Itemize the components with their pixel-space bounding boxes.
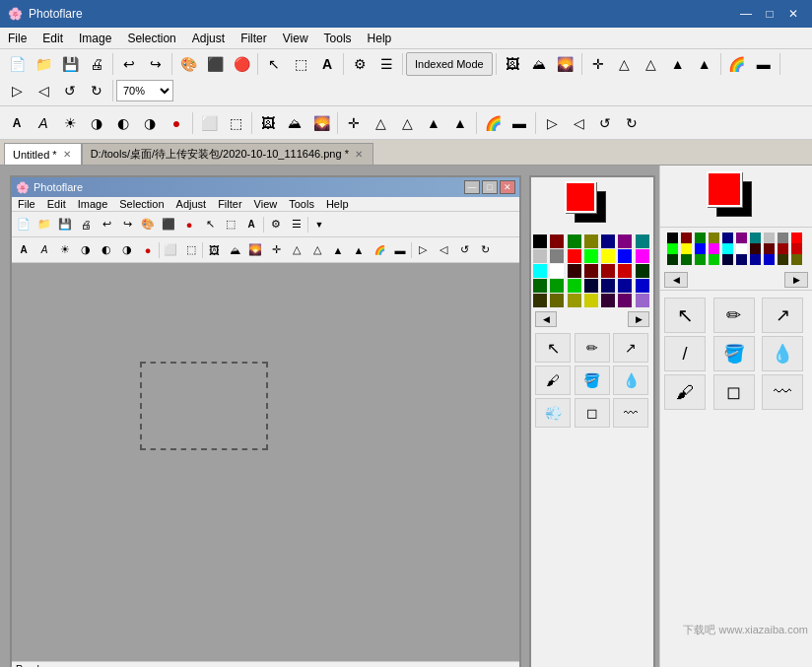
color-b1[interactable] — [584, 279, 598, 293]
inner-rect-sel[interactable]: ⬜ — [161, 240, 180, 260]
color-r4[interactable] — [618, 264, 632, 278]
inner-text-a[interactable]: A — [14, 240, 34, 260]
color-g1[interactable] — [636, 264, 649, 278]
zoom-select[interactable]: 25% 50% 70% 100% 150% 200% — [116, 80, 173, 101]
color-navy[interactable] — [601, 234, 615, 248]
palette-prev[interactable]: ◀ — [535, 311, 557, 327]
color-silver[interactable] — [533, 249, 547, 263]
pal14[interactable] — [722, 243, 733, 254]
inner-img2[interactable]: ⛰ — [225, 240, 244, 260]
color-b2[interactable] — [601, 279, 615, 293]
gray-btn[interactable]: ▬ — [751, 51, 777, 77]
tri3-btn[interactable]: ▲ — [421, 110, 446, 136]
menu-selection[interactable]: Selection — [119, 28, 183, 49]
pal8[interactable] — [778, 233, 788, 243]
pal19[interactable] — [791, 243, 802, 254]
inner-menu-file[interactable]: File — [12, 197, 41, 211]
triangle3-btn[interactable]: ▲ — [665, 51, 691, 77]
pal26[interactable] — [750, 254, 761, 265]
stop2-btn[interactable]: ◁ — [566, 110, 591, 136]
settings-btn[interactable]: ⚙ — [347, 51, 372, 77]
pal18[interactable] — [778, 243, 788, 254]
maximize-button[interactable]: □ — [759, 4, 780, 24]
bw-btn[interactable]: ◐ — [110, 110, 136, 136]
pal12[interactable] — [695, 243, 706, 254]
pal3[interactable] — [709, 233, 719, 243]
inner-select[interactable]: ⬚ — [221, 215, 240, 234]
inner-new[interactable]: 📄 — [14, 215, 34, 234]
color-maroon[interactable] — [550, 234, 564, 248]
inner-rainbow[interactable]: 🌈 — [370, 240, 389, 260]
move-btn[interactable]: ✛ — [585, 51, 611, 77]
color-r3[interactable] — [601, 264, 615, 278]
color-m1[interactable] — [601, 294, 615, 307]
color-y3[interactable] — [568, 294, 581, 307]
pal20[interactable] — [667, 254, 678, 265]
moon-btn[interactable]: 🌄 — [553, 51, 578, 77]
tool-spray[interactable]: 💨 — [535, 398, 571, 428]
pal9[interactable] — [791, 233, 802, 243]
inner-minimize[interactable]: — — [464, 180, 480, 194]
inner-invert[interactable]: ◑ — [117, 240, 137, 260]
inner-red[interactable]: ● — [138, 240, 158, 260]
pal24[interactable] — [722, 254, 733, 265]
inner-play[interactable]: ▷ — [413, 240, 433, 260]
pal13[interactable] — [709, 243, 719, 254]
inner-menu-adjust[interactable]: Adjust — [170, 197, 213, 211]
tool-brush[interactable]: 🖌 — [535, 366, 571, 395]
color-yellow[interactable] — [601, 249, 615, 263]
gray2-btn[interactable]: ▬ — [507, 110, 532, 136]
main-tool-slash[interactable]: / — [664, 336, 706, 371]
color-cyan[interactable] — [533, 264, 547, 278]
menu-help[interactable]: Help — [360, 28, 400, 49]
menu-image[interactable]: Image — [71, 28, 119, 49]
inner-dropdown[interactable]: ▼ — [309, 215, 329, 234]
color-y2[interactable] — [550, 294, 564, 307]
color-black[interactable] — [533, 234, 547, 248]
menu-file[interactable]: File — [0, 28, 34, 49]
color-m2[interactable] — [618, 294, 632, 307]
main-tool-drop[interactable]: 💧 — [762, 336, 803, 371]
main-tool-line[interactable]: ↗ — [762, 298, 803, 333]
stop-btn[interactable]: ◁ — [31, 78, 56, 103]
pal22[interactable] — [695, 254, 706, 265]
text-italic-btn[interactable]: A — [31, 110, 56, 136]
rainbow2-btn[interactable]: 🌈 — [480, 110, 506, 136]
triangle2-btn[interactable]: △ — [639, 51, 664, 77]
pal29[interactable] — [791, 254, 802, 265]
inner-maximize[interactable]: □ — [482, 180, 498, 194]
new-button[interactable]: 📄 — [4, 51, 30, 77]
menu-view[interactable]: View — [275, 28, 316, 49]
inner-menu-filter[interactable]: Filter — [212, 197, 247, 211]
inner-lasso[interactable]: ⬚ — [181, 240, 201, 260]
color-g3[interactable] — [550, 279, 564, 293]
tri2-btn[interactable]: △ — [394, 110, 420, 136]
arrow-tool[interactable]: ↖ — [261, 51, 287, 77]
inner-undo[interactable]: ↩ — [97, 215, 116, 234]
inner-pattern[interactable]: ⬛ — [159, 215, 178, 234]
inner-rotate2[interactable]: ↻ — [475, 240, 495, 260]
tri1-btn[interactable]: △ — [368, 110, 393, 136]
layers-btn[interactable]: ☰ — [373, 51, 399, 77]
color-btn[interactable]: 🎨 — [175, 51, 201, 77]
inner-img3[interactable]: 🌄 — [245, 240, 265, 260]
color-olive[interactable] — [584, 234, 598, 248]
color-fuchsia[interactable] — [636, 249, 649, 263]
save-button[interactable]: 💾 — [57, 51, 83, 77]
text-a-btn[interactable]: A — [4, 110, 30, 136]
undo-button[interactable]: ↩ — [116, 51, 142, 77]
redo-button[interactable]: ↪ — [143, 51, 169, 77]
pal23[interactable] — [709, 254, 719, 265]
rainbow-btn[interactable]: 🌈 — [724, 51, 750, 77]
tab-close-file[interactable]: ✕ — [353, 149, 365, 160]
image2-btn[interactable]: ⛰ — [282, 110, 307, 136]
inner-tri4[interactable]: ▲ — [349, 240, 369, 260]
inner-menu-tools[interactable]: Tools — [283, 197, 320, 211]
tab-untitled[interactable]: Untitled * ✕ — [4, 143, 82, 165]
rotate4-btn[interactable]: ↻ — [619, 110, 644, 136]
tool-pointer[interactable]: ↖ — [535, 333, 571, 363]
fg-color-swatch[interactable] — [707, 171, 742, 207]
pal25[interactable] — [736, 254, 747, 265]
pal2[interactable] — [695, 233, 706, 243]
tool-line[interactable]: ↗ — [613, 333, 648, 363]
